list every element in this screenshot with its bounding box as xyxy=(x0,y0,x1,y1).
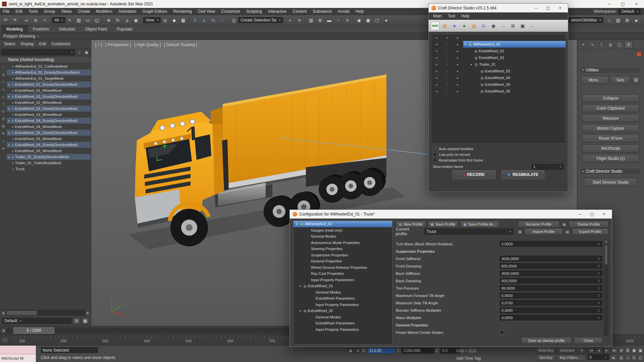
link-icon[interactable]: ∞ xyxy=(22,16,31,24)
active-layer-dropdown[interactable]: Default▾ xyxy=(2,318,71,324)
expand-arrow-icon[interactable]: ▸ xyxy=(7,83,11,86)
material-ball-icon[interactable]: ● xyxy=(452,49,463,53)
copy-icon[interactable]: ⊞ xyxy=(508,21,517,30)
checkbox[interactable]: ✓ xyxy=(433,153,437,157)
property-value-field[interactable]: 0,0600 ▴▾ xyxy=(500,293,602,298)
render-setup-icon[interactable]: ▣ xyxy=(364,16,372,24)
new-profile-button[interactable]: ▤New Profile xyxy=(396,221,426,228)
menu-item[interactable]: File xyxy=(0,8,12,15)
auto-key-button[interactable]: Auto Key xyxy=(536,347,556,354)
menu-item[interactable]: Animation xyxy=(115,8,139,15)
zoom-all-icon[interactable]: ⊞ xyxy=(625,347,631,354)
menu-item[interactable]: Rendering xyxy=(170,8,195,15)
spinner-snap-icon[interactable]: ↕ xyxy=(218,16,226,24)
utility-button[interactable]: Color Clipboard xyxy=(582,104,639,112)
clear-search-icon[interactable]: × xyxy=(71,50,73,55)
zoom-extents-icon[interactable]: ▣ xyxy=(631,347,637,354)
minimize-button[interactable]: ─ xyxy=(531,4,541,12)
key-filters-button[interactable]: Key Filters... xyxy=(557,354,586,361)
state-dot-icon[interactable]: ● xyxy=(442,77,452,79)
toggle-scene-explorer-icon[interactable]: ▥ xyxy=(307,16,315,24)
config-tree-row[interactable]: General Modes xyxy=(293,314,392,320)
state-dot-icon[interactable]: ● xyxy=(442,70,452,72)
maxscript-mini-listener[interactable]: MAXScript Mi xyxy=(0,346,36,362)
expand-arrow-icon[interactable]: ▾ xyxy=(298,309,302,312)
maximize-button[interactable]: ▢ xyxy=(617,0,629,8)
select-object-icon[interactable]: ↖ xyxy=(65,16,74,24)
x-coordinate-field[interactable]: 313,95 xyxy=(367,348,395,354)
close-button[interactable]: × xyxy=(555,4,565,12)
key-mode-toggle-icon[interactable]: ◆ xyxy=(610,354,617,361)
scene-object-row[interactable]: ● 4WheelerExt_01_CarBodyMesh xyxy=(7,63,91,69)
filter-lights-icon[interactable]: □ xyxy=(0,78,6,85)
select-scale-icon[interactable]: ⊿ xyxy=(122,16,131,24)
set-key-button[interactable]: Set Key xyxy=(536,354,556,361)
filter-materials-icon[interactable]: ⌂ xyxy=(0,137,6,144)
workspaces-dropdown[interactable]: Default▾ xyxy=(619,8,641,14)
explorer-horizontal-scrollbar[interactable]: ◀ ▶ xyxy=(0,310,91,316)
config-tree-row[interactable]: Suspension Properties xyxy=(293,252,392,258)
tab-display-icon[interactable]: ▢ xyxy=(615,41,624,48)
craft-titlebar[interactable]: Craft Director Studio v20.1.5 x64 ─ ▢ × xyxy=(429,4,568,12)
maximize-button[interactable]: ▢ xyxy=(543,4,553,12)
material-ball-icon[interactable]: ● xyxy=(452,89,463,93)
slow-motion-field[interactable]: 1 ▴▾ xyxy=(532,164,564,170)
expand-arrow-icon[interactable]: ▸ xyxy=(7,156,11,159)
property-value-field[interactable]: 600,0000 ▴▾ xyxy=(500,278,602,284)
filter-geometry-icon[interactable]: ○ xyxy=(0,63,6,71)
property-value-field[interactable]: 3000,0000 ▴▾ xyxy=(500,270,602,276)
expand-arrow-icon[interactable]: ▾ xyxy=(298,285,302,288)
checkbox[interactable]: ✓ xyxy=(433,158,437,162)
start-director-studio-button[interactable]: Start Director Studio xyxy=(584,178,637,187)
link-icon[interactable]: ∞ xyxy=(431,82,442,86)
close-button[interactable]: × xyxy=(631,0,642,8)
state-dot-icon[interactable]: ● xyxy=(442,90,452,92)
config-titlebar[interactable]: Configuration for 4WheelerExt_01 - Truck… xyxy=(290,210,612,219)
scroll-left-icon[interactable]: ◀ xyxy=(0,310,6,316)
close-dialog-button[interactable]: Close xyxy=(574,337,602,344)
menu-item[interactable]: Scripting xyxy=(243,8,265,15)
more-utilities-button[interactable]: More... xyxy=(581,76,609,84)
menu-item[interactable]: Tools xyxy=(25,8,41,15)
utility-button[interactable]: Collapse xyxy=(582,94,639,102)
utility-button[interactable]: Motion Capture xyxy=(582,124,639,132)
filter-objects-icon[interactable]: ● xyxy=(0,144,6,152)
config-tree-row[interactable]: General Modes xyxy=(293,289,392,296)
current-frame-field[interactable]: 0 ▴▾ xyxy=(588,354,609,360)
material-ball-icon[interactable]: ● xyxy=(452,83,463,86)
save-profile-as-button[interactable]: ▦Save Profile As... xyxy=(460,221,499,228)
menu-item[interactable]: Views xyxy=(58,8,75,15)
craft-tree-row[interactable]: ∞ ● ● ◎ ExtraWheel_04 xyxy=(431,74,566,81)
link-icon[interactable]: ∞ xyxy=(431,36,442,40)
paste-icon[interactable]: ▣ xyxy=(518,21,527,30)
state-dot-icon[interactable]: ● xyxy=(442,63,452,65)
menu-item[interactable]: Edit xyxy=(12,8,25,15)
property-value-field[interactable]: 0,0700 ▴▾ xyxy=(500,300,602,306)
craft-tree-row[interactable]: ∞ ● ● ◎ ExtraWheel_05 xyxy=(431,81,566,88)
play-button[interactable]: ▶ xyxy=(603,347,610,354)
config-tree-row[interactable]: Gauges (read only) xyxy=(293,227,392,234)
mini-curve-editor-icon[interactable]: ~ xyxy=(1,337,9,344)
filter-containers-icon[interactable]: ≋ xyxy=(0,130,6,137)
craft-tree-row[interactable]: ∞ ● ● ▾ ▣ 4WheelerExt_01 xyxy=(431,41,566,48)
go-to-start-button[interactable]: |◀ xyxy=(588,347,595,354)
property-value-field[interactable]: 99,0000 ▴▾ xyxy=(500,285,602,291)
filter-bones-icon[interactable]: ⊞ xyxy=(0,122,6,130)
scene-object-row[interactable]: ● 4WheelerExt_01_GravityDirectionMesh xyxy=(7,69,91,75)
scene-object-row[interactable]: ● ExtraWheel_03_WheelMesh xyxy=(7,112,91,118)
curve-editor-icon[interactable]: ~ xyxy=(334,16,342,24)
utility-button[interactable]: Flight Studio (c) xyxy=(582,155,639,163)
filter-cameras-icon[interactable]: ◇ xyxy=(0,85,6,93)
ribbon-tab[interactable]: Populate xyxy=(112,26,137,33)
config-tree-row[interactable]: General Modes xyxy=(293,233,392,240)
go-to-end-button[interactable]: ▶| xyxy=(611,347,618,354)
menu-item[interactable]: Modifiers xyxy=(93,8,115,15)
selection-filter-dropdown[interactable]: All▾ xyxy=(52,17,65,23)
open-scene-icon[interactable]: ▤ xyxy=(440,21,449,30)
schematic-view-icon[interactable]: # xyxy=(343,16,352,24)
menu-item[interactable]: Interactive xyxy=(265,8,289,15)
resimulate-button[interactable]: ↯ RESIMULATE xyxy=(501,170,544,179)
link-icon[interactable]: ∞ xyxy=(431,49,442,53)
rectangular-selection-icon[interactable]: ▭ xyxy=(84,16,92,24)
find-instance-icon[interactable]: ◉ xyxy=(489,21,498,30)
